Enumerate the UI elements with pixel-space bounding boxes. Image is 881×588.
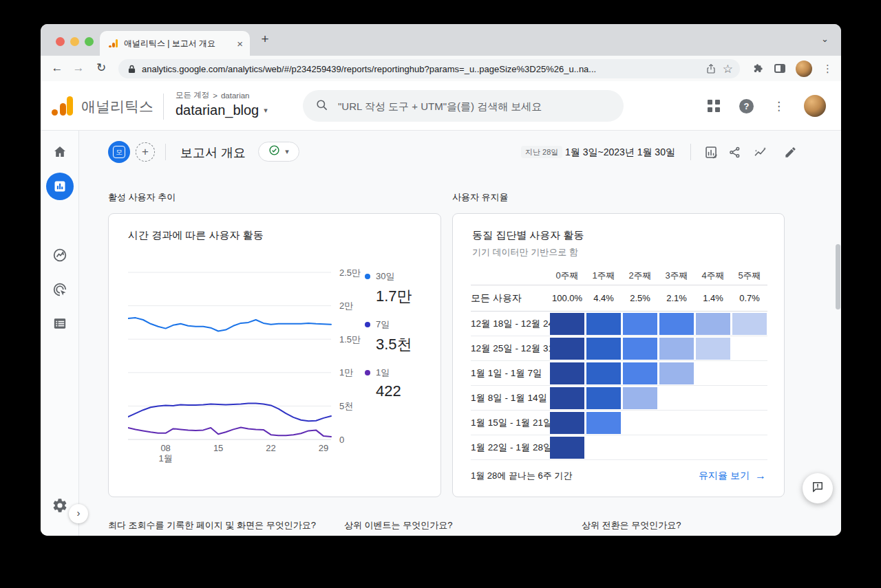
cohort-row: 12월 18일 - 12월 24일: [471, 312, 767, 336]
minimize-window-button[interactable]: [70, 37, 79, 46]
cohort-row-label: 12월 18일 - 12월 24일: [471, 318, 550, 330]
zoom-window-button[interactable]: [85, 37, 94, 46]
analytics-logo-icon: [52, 95, 75, 117]
browser-profile-avatar[interactable]: [796, 61, 812, 77]
share-report-icon[interactable]: [726, 144, 743, 160]
active-users-chart: 05천1만1.5만2만2.5만081월152229: [128, 262, 365, 468]
cohort-cell: [586, 338, 621, 360]
cohort-row: 1월 22일 - 1월 28일: [471, 435, 767, 460]
new-tab-button[interactable]: +: [257, 32, 273, 47]
cohort-summary-value: 100.0%: [550, 293, 584, 303]
extensions-puzzle-icon[interactable]: [752, 63, 764, 74]
view-retention-link[interactable]: 유지율 보기 →: [699, 470, 766, 482]
url-text: analytics.google.com/analytics/web/#/p23…: [142, 64, 699, 74]
search-icon: [315, 98, 328, 114]
browser-tab[interactable]: 애널리틱스 | 보고서 개요 ×: [100, 31, 250, 56]
breadcrumb-all-accounts: 모든 계정: [176, 90, 209, 100]
cohort-cell: [586, 362, 621, 384]
svg-text:15: 15: [213, 443, 223, 453]
report-status-dropdown[interactable]: ▾: [258, 142, 299, 162]
legend-value-30d: 1.7만: [376, 286, 412, 307]
customize-report-icon[interactable]: [703, 144, 719, 160]
cohort-summary-value: 0.7%: [732, 293, 767, 303]
tab-search-chevron-icon[interactable]: ⌄: [821, 34, 829, 44]
status-caret-icon: ▾: [285, 147, 289, 156]
sidebar-item-library[interactable]: [52, 316, 67, 334]
sidebar-item-home[interactable]: [52, 144, 68, 163]
cohort-table: 0주째1주째2주째3주째4주째5주째 모든 사용자 100.0%4.4%2.5%…: [471, 266, 767, 460]
help-icon[interactable]: ?: [739, 99, 754, 113]
cohort-cell: [659, 313, 694, 335]
cohort-footer: 1월 28에 끝나는 6주 기간 유지율 보기 →: [471, 470, 766, 482]
legend-item-1d: 1일 422: [365, 367, 401, 400]
controls-divider: [165, 144, 166, 160]
legend-dot: [365, 274, 370, 279]
date-caret-icon[interactable]: ▾: [668, 148, 672, 157]
legend-dot: [365, 322, 370, 327]
cohort-cell: [550, 338, 584, 360]
cohort-cell: [659, 362, 694, 384]
close-tab-icon[interactable]: ×: [237, 39, 243, 49]
search-input[interactable]: [338, 100, 611, 112]
sidebar: [41, 131, 79, 536]
cohort-cell: [623, 387, 657, 409]
cohort-cell: [586, 387, 621, 409]
sidebar-item-advertising[interactable]: [52, 281, 68, 301]
share-page-icon[interactable]: [705, 63, 717, 74]
analytics-menu-icon[interactable]: ⋮: [773, 99, 785, 113]
cohort-summary-label: 모든 사용자: [471, 292, 550, 305]
sidebar-item-explore[interactable]: [52, 247, 68, 266]
cohort-summary-value: 1.4%: [696, 293, 730, 303]
add-comparison-button[interactable]: +: [136, 142, 155, 162]
side-panel-icon[interactable]: [774, 64, 785, 73]
cohort-col-header: 5주째: [732, 270, 767, 282]
window-controls: [56, 37, 94, 46]
insights-icon[interactable]: [752, 144, 768, 160]
svg-text:5천: 5천: [339, 401, 353, 411]
breadcrumb-separator-icon: >: [213, 91, 217, 100]
account-avatar[interactable]: [804, 95, 826, 117]
vertical-scrollbar-thumb[interactable]: [836, 244, 840, 309]
check-circle-icon: [268, 144, 280, 159]
analytics-search-bar[interactable]: [303, 90, 624, 122]
analytics-favicon-icon: [109, 39, 118, 48]
tab-title: 애널리틱스 | 보고서 개요: [124, 38, 231, 50]
section-title-top-conversions: 상위 전환은 무엇인가요?: [582, 519, 681, 532]
cohort-header-row: 0주째1주째2주째3주째4주째5주째: [471, 266, 767, 285]
forward-button[interactable]: →: [69, 58, 88, 78]
close-window-button[interactable]: [56, 37, 65, 46]
account-switcher[interactable]: 모든 계정 > datarian datarian_blog ▾: [176, 90, 268, 118]
cohort-col-header: 1주째: [586, 270, 621, 282]
sidebar-expand-button[interactable]: ›: [69, 504, 88, 523]
toolbar-right-cluster: ⋮: [752, 56, 833, 81]
header-divider: [163, 94, 164, 120]
browser-menu-icon[interactable]: ⋮: [822, 63, 833, 75]
cohort-summary-value: 2.1%: [659, 293, 694, 303]
cohort-row-label: 12월 25일 - 12월 31일: [471, 342, 550, 355]
back-button[interactable]: ←: [47, 58, 67, 78]
address-bar[interactable]: analytics.google.com/analytics/web/#/p23…: [118, 59, 740, 78]
cohort-col-header: 0주째: [550, 270, 584, 282]
cohort-summary-row: 모든 사용자 100.0%4.4%2.5%2.1%1.4%0.7%: [471, 285, 767, 312]
google-apps-icon[interactable]: [708, 100, 720, 112]
property-name: datarian_blog: [176, 102, 259, 118]
edit-report-icon[interactable]: [782, 144, 798, 160]
all-users-segment-chip[interactable]: 모: [108, 141, 130, 163]
reload-button[interactable]: ↻: [92, 58, 111, 78]
cohort-cell: [586, 313, 621, 335]
sidebar-item-reports[interactable]: [46, 173, 74, 200]
date-range-picker[interactable]: 1월 3일~2023년 1월 30일: [565, 146, 675, 159]
cohort-row-label: 1월 22일 - 1월 28일: [471, 442, 550, 454]
product-name: 애널리틱스: [81, 97, 153, 116]
report-content: 모 + 보고서 개요 ▾ 지난 28일 1월 3일~2023년 1월 30일 ▾: [79, 131, 841, 536]
svg-text:1월: 1월: [159, 453, 173, 464]
cohort-row-label: 1월 8일 - 1월 14일: [471, 392, 550, 404]
bookmark-star-icon[interactable]: ☆: [723, 62, 733, 76]
cohort-title: 동질 집단별 사용자 활동: [472, 229, 584, 242]
cohort-summary-value: 2.5%: [623, 293, 657, 303]
sidebar-item-admin-gear-icon[interactable]: [52, 497, 68, 516]
cohort-col-header: 2주째: [623, 270, 657, 282]
feedback-button[interactable]: [803, 473, 833, 503]
legend-value-7d: 3.5천: [376, 334, 412, 355]
browser-window: 애널리틱스 | 보고서 개요 × + ⌄ ← → ↻ analytics.goo…: [41, 24, 841, 536]
